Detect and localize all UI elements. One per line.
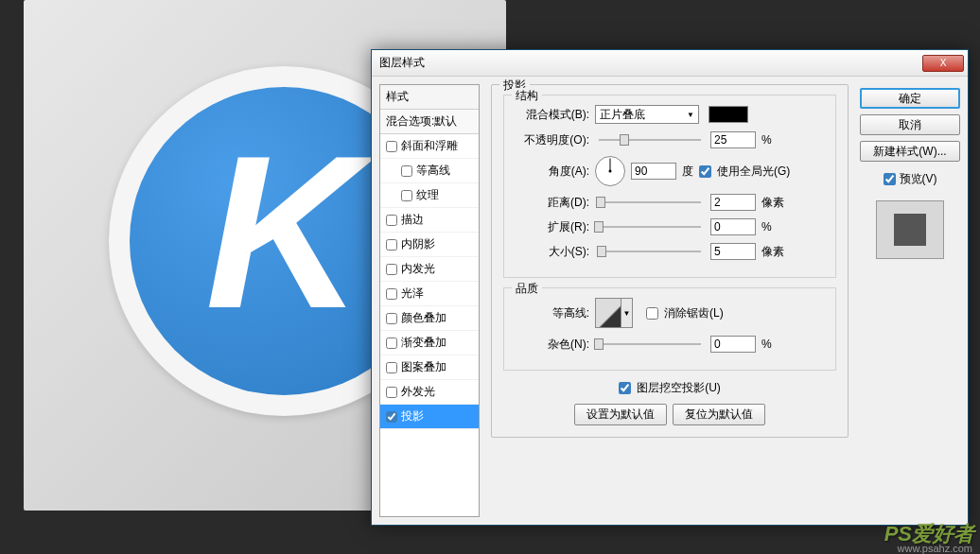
noise-slider[interactable] (599, 343, 701, 345)
opacity-slider[interactable] (599, 139, 701, 141)
settings-panel: 投影 结构 混合模式(B): 正片叠底 ▼ 不透明度(O): (487, 84, 852, 517)
blend-mode-select[interactable]: 正片叠底 ▼ (595, 105, 699, 124)
blend-mode-label: 混合模式(B): (516, 107, 589, 123)
style-item-1[interactable]: 等高线 (380, 159, 479, 183)
style-item-5[interactable]: 内发光 (380, 257, 479, 282)
letter-k: K (205, 107, 362, 357)
style-checkbox[interactable] (386, 387, 397, 398)
contour-label: 等高线: (516, 305, 589, 321)
close-button[interactable]: X (922, 55, 964, 72)
style-checkbox[interactable] (386, 362, 397, 373)
size-unit: 像素 (761, 244, 788, 260)
style-item-0[interactable]: 斜面和浮雕 (380, 134, 479, 159)
style-checkbox[interactable] (401, 165, 412, 177)
style-item-4[interactable]: 内阴影 (380, 233, 479, 257)
size-input[interactable]: 5 (710, 243, 756, 260)
spread-slider[interactable] (599, 226, 701, 228)
style-checkbox[interactable] (386, 215, 397, 226)
noise-unit: % (761, 338, 788, 351)
style-label: 斜面和浮雕 (401, 138, 458, 154)
knockout-label: 图层挖空投影(U) (637, 380, 721, 396)
preview-checkbox[interactable] (884, 173, 896, 185)
opacity-unit: % (761, 133, 788, 147)
contour-picker[interactable]: ▼ (595, 298, 633, 328)
style-label: 内阴影 (401, 236, 435, 252)
styles-header[interactable]: 样式 (380, 85, 479, 110)
spread-input[interactable]: 0 (710, 218, 756, 235)
angle-dial[interactable] (595, 156, 625, 186)
style-label: 颜色叠加 (401, 310, 446, 326)
structure-legend: 结构 (512, 88, 542, 104)
distance-label: 距离(D): (516, 195, 589, 211)
angle-unit: 度 (682, 164, 693, 180)
angle-input[interactable]: 90 (631, 163, 676, 180)
spread-label: 扩展(R): (516, 219, 589, 235)
distance-input[interactable]: 2 (710, 194, 756, 211)
style-label: 等高线 (416, 163, 450, 179)
chevron-down-icon: ▼ (687, 111, 694, 119)
antialias-checkbox[interactable] (646, 307, 658, 320)
style-item-9[interactable]: 图案叠加 (380, 355, 479, 380)
structure-fieldset: 结构 混合模式(B): 正片叠底 ▼ 不透明度(O): 25 % (503, 95, 836, 278)
style-checkbox[interactable] (401, 190, 412, 201)
new-style-button[interactable]: 新建样式(W)... (860, 141, 960, 162)
quality-legend: 品质 (512, 281, 542, 297)
distance-unit: 像素 (761, 195, 788, 211)
style-label: 描边 (401, 212, 424, 228)
style-label: 投影 (401, 408, 424, 424)
style-checkbox[interactable] (386, 411, 397, 423)
knockout-checkbox[interactable] (619, 382, 631, 394)
quality-fieldset: 品质 等高线: ▼ 消除锯齿(L) 杂色(N): 0 % (503, 287, 836, 371)
style-label: 外发光 (401, 384, 435, 400)
antialias-label: 消除锯齿(L) (664, 305, 724, 321)
style-item-3[interactable]: 描边 (380, 208, 479, 233)
style-label: 渐变叠加 (401, 335, 446, 351)
drop-shadow-section: 投影 结构 混合模式(B): 正片叠底 ▼ 不透明度(O): (491, 84, 849, 438)
style-checkbox[interactable] (386, 239, 397, 251)
action-panel: 确定 取消 新建样式(W)... 预览(V) (860, 84, 960, 517)
style-checkbox[interactable] (386, 141, 397, 152)
reset-default-button[interactable]: 复位为默认值 (673, 404, 765, 425)
watermark-url: www.psahz.com (898, 543, 972, 554)
shadow-color-swatch[interactable] (709, 106, 748, 123)
preview-box (876, 200, 944, 259)
noise-input[interactable]: 0 (710, 336, 756, 353)
spread-unit: % (761, 220, 788, 234)
style-label: 内发光 (401, 261, 435, 277)
preview-label: 预览(V) (900, 171, 937, 187)
style-checkbox[interactable] (386, 264, 397, 275)
cancel-button[interactable]: 取消 (860, 114, 960, 135)
chevron-down-icon: ▼ (621, 299, 632, 327)
style-item-11[interactable]: 投影 (380, 405, 479, 429)
global-light-checkbox[interactable] (699, 165, 711, 178)
style-label: 光泽 (401, 286, 424, 302)
style-checkbox[interactable] (386, 313, 397, 324)
size-slider[interactable] (599, 251, 701, 252)
style-label: 纹理 (416, 187, 439, 203)
dialog-title: 图层样式 (379, 55, 922, 71)
style-label: 图案叠加 (401, 359, 446, 375)
styles-list-panel: 样式 混合选项:默认 斜面和浮雕等高线纹理描边内阴影内发光光泽颜色叠加渐变叠加图… (379, 84, 480, 517)
set-default-button[interactable]: 设置为默认值 (574, 404, 667, 425)
preview-swatch (894, 214, 926, 246)
angle-label: 角度(A): (516, 164, 589, 180)
style-item-6[interactable]: 光泽 (380, 282, 479, 306)
opacity-label: 不透明度(O): (516, 132, 589, 148)
opacity-input[interactable]: 25 (710, 131, 756, 148)
style-checkbox[interactable] (386, 288, 397, 300)
ok-button[interactable]: 确定 (860, 88, 960, 109)
style-checkbox[interactable] (386, 338, 397, 349)
style-item-7[interactable]: 颜色叠加 (380, 306, 479, 331)
noise-label: 杂色(N): (516, 337, 589, 353)
dialog-body: 样式 混合选项:默认 斜面和浮雕等高线纹理描边内阴影内发光光泽颜色叠加渐变叠加图… (372, 77, 968, 525)
blend-mode-value: 正片叠底 (600, 107, 645, 123)
style-item-10[interactable]: 外发光 (380, 380, 479, 405)
layer-style-dialog: 图层样式 X 样式 混合选项:默认 斜面和浮雕等高线纹理描边内阴影内发光光泽颜色… (371, 49, 969, 526)
style-item-2[interactable]: 纹理 (380, 183, 479, 208)
distance-slider[interactable] (599, 201, 701, 203)
dialog-titlebar[interactable]: 图层样式 X (372, 50, 968, 77)
global-light-label: 使用全局光(G) (717, 164, 790, 180)
blending-options-item[interactable]: 混合选项:默认 (380, 110, 479, 134)
size-label: 大小(S): (516, 244, 589, 260)
style-item-8[interactable]: 渐变叠加 (380, 331, 479, 355)
